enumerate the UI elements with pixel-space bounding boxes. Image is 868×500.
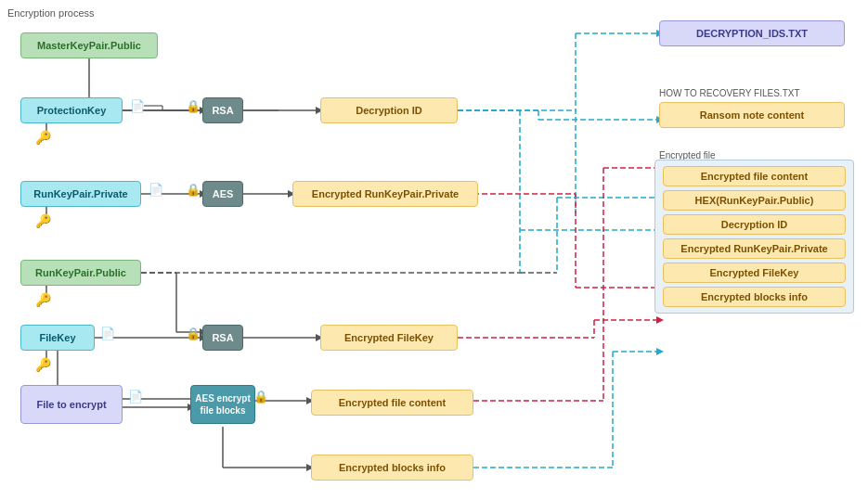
panel-enc-file-key: Encrypted FileKey: [663, 263, 846, 283]
aes1-node: AES: [202, 181, 243, 207]
lock-icon-2: 🔒: [186, 183, 201, 197]
lock-icon-1: 🔒: [186, 99, 201, 113]
ransom-note-node: Ransom note content: [659, 102, 845, 128]
decryption-ids-file-node: DECRYPTION_IDS.TXT: [659, 20, 845, 46]
svg-marker-66: [656, 348, 664, 355]
panel-enc-run-key-private: Encrypted RunKeyPair.Private: [663, 238, 846, 259]
panel-enc-blocks-info: Encrypted blocks info: [663, 287, 846, 307]
how-to-recovery-label: HOW TO RECOVERY FILES.TXT: [659, 88, 800, 98]
key-icon-3: 🔑: [35, 292, 51, 307]
doc-icon-3: 📄: [100, 327, 115, 340]
run-key-private-node: RunKeyPair.Private: [20, 181, 141, 207]
doc-icon-4: 📄: [128, 390, 143, 404]
protection-key-node: ProtectionKey: [20, 97, 123, 123]
file-key-node: FileKey: [20, 325, 95, 351]
diagram-container: Encryption process: [0, 0, 868, 500]
file-to-encrypt-node: File to encrypt: [20, 385, 123, 424]
panel-decryption-id: Decryption ID: [663, 214, 846, 235]
enc-run-key-private-node: Encrypted RunKeyPair.Private: [292, 181, 478, 207]
svg-marker-58: [656, 316, 664, 324]
doc-icon-1: 📄: [130, 99, 145, 113]
key-icon-1: 🔑: [35, 130, 51, 145]
panel-hex-run-key: HEX(RunKeyPair.Public): [663, 190, 846, 211]
enc-file-key-node: Encrypted FileKey: [320, 325, 458, 351]
lock-icon-4: 🔒: [253, 390, 268, 404]
enc-blocks-info-bottom-node: Encrypted blocks info: [311, 455, 473, 481]
run-key-pub-node: RunKeyPair.Public: [20, 260, 141, 286]
decryption-id-node: Decryption ID: [320, 97, 458, 123]
key-icon-4: 🔑: [35, 357, 51, 372]
doc-icon-2: 📄: [149, 183, 163, 197]
page-title: Encryption process: [7, 7, 861, 19]
master-key-pub-node: MasterKeyPair.Public: [20, 32, 158, 58]
panel-enc-file-content: Encrypted file content: [663, 166, 846, 186]
key-icon-2: 🔑: [35, 213, 51, 228]
enc-file-content-bottom-node: Encrypted file content: [311, 390, 473, 416]
rsa1-node: RSA: [202, 97, 243, 123]
lock-icon-3: 🔒: [186, 327, 201, 340]
encrypted-file-panel: Encrypted file content HEX(RunKeyPair.Pu…: [654, 160, 854, 314]
rsa2-node: RSA: [202, 325, 243, 351]
aes-encrypt-node: AES encryptfile blocks: [190, 385, 255, 424]
